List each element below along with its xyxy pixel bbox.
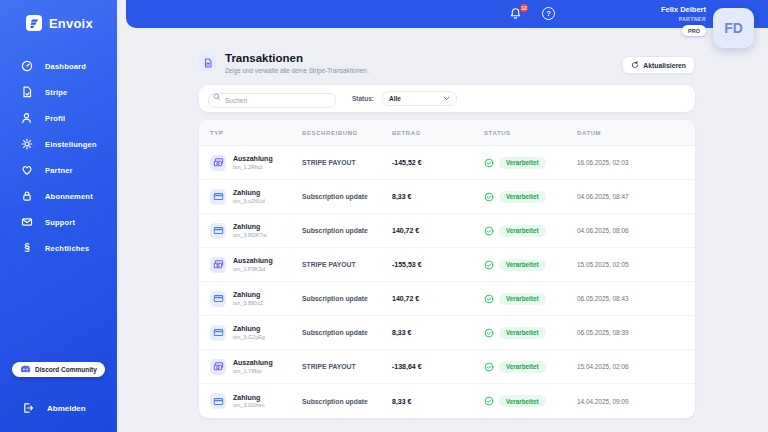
status-badge: Verarbeitet	[499, 395, 546, 407]
check-circle-icon	[484, 192, 494, 202]
logo-text: Envoix	[49, 16, 93, 31]
sidebar-nav: Dashboard Stripe Profil Einstellungen Pa…	[0, 53, 117, 261]
card-icon	[210, 291, 226, 307]
status-filter-label: Status:	[352, 95, 374, 102]
payout-icon	[210, 359, 226, 375]
status-select[interactable]: Alle	[382, 91, 457, 106]
table-row[interactable]: Zahlungtxn_3.x2NUd Subscription update 8…	[199, 180, 695, 214]
search-input[interactable]	[208, 93, 336, 108]
check-circle-icon	[484, 328, 494, 338]
check-circle-icon	[484, 158, 494, 168]
filter-bar: Status: Alle	[199, 85, 695, 112]
status-badge: Verarbeitet	[499, 293, 546, 305]
column-header-betrag: BETRAG	[392, 130, 484, 136]
column-header-beschreibung: BESCHREIBUNG	[302, 130, 392, 136]
gauge-icon	[21, 60, 33, 72]
user-role: PARTNER	[661, 16, 706, 22]
sidebar-item-stripe[interactable]: Stripe	[0, 79, 117, 105]
discord-community-button[interactable]: Discord Community	[12, 362, 105, 377]
question-icon: ?	[546, 10, 551, 18]
user-icon	[21, 112, 33, 124]
refresh-button[interactable]: Aktualisieren	[622, 56, 695, 74]
payout-icon	[210, 155, 226, 171]
avatar[interactable]: FD	[713, 8, 754, 48]
transactions-page-icon	[199, 54, 216, 71]
table-row[interactable]: Zahlungtxn_3.RDK7w Subscription update 1…	[199, 214, 695, 248]
card-icon	[210, 189, 226, 205]
page-subtitle: Zeige und verwalte alle deine Stripe-Tra…	[225, 67, 369, 74]
paragraph-icon: §	[21, 242, 33, 254]
check-circle-icon	[484, 226, 494, 236]
sidebar-item-abonnement[interactable]: Abonnement	[0, 183, 117, 209]
status-badge: Verarbeitet	[499, 259, 546, 271]
logout-icon	[22, 402, 34, 414]
notification-badge: 12	[520, 4, 528, 12]
refresh-icon	[631, 61, 639, 69]
table-row[interactable]: Auszahlungtxn_1.Y8fqv STRIPE PAYOUT -138…	[199, 350, 695, 384]
payout-icon	[210, 257, 226, 273]
check-circle-icon	[484, 362, 494, 372]
table-row[interactable]: Auszahlungtxn_1.2Rhct STRIPE PAYOUT -145…	[199, 146, 695, 180]
card-icon	[210, 223, 226, 239]
table-row[interactable]: Zahlungtxn_3.G2yEg Subscription update 8…	[199, 316, 695, 350]
logout-button[interactable]: Abmelden	[22, 402, 86, 414]
sidebar-item-einstellungen[interactable]: Einstellungen	[0, 131, 117, 157]
logo-icon	[26, 15, 42, 31]
column-header-datum: DATUM	[577, 130, 695, 136]
app-logo[interactable]: Envoix	[0, 0, 117, 31]
user-info: Felix Deibert PARTNER	[661, 5, 706, 22]
sidebar-item-partner[interactable]: Partner	[0, 157, 117, 183]
table-row[interactable]: Zahlungtxn_3.0Ghen Subscription update 8…	[199, 384, 695, 418]
mail-icon	[21, 216, 33, 228]
sidebar: Envoix Dashboard Stripe Profil Einstellu…	[0, 0, 117, 432]
check-circle-icon	[484, 396, 494, 406]
table-row[interactable]: Auszahlungtxn_1.P9KSd STRIPE PAYOUT -155…	[199, 248, 695, 282]
status-badge: Verarbeitet	[499, 191, 546, 203]
sidebar-item-rechtliches[interactable]: § Rechtliches	[0, 235, 117, 261]
discord-icon	[20, 365, 31, 374]
column-header-typ: TYP	[210, 130, 302, 136]
search-icon	[213, 93, 221, 101]
plan-badge: PRO	[682, 25, 706, 36]
table-header: TYP BESCHREIBUNG BETRAG STATUS DATUM	[199, 120, 695, 146]
user-name: Felix Deibert	[661, 5, 706, 14]
page-header: Transaktionen Zeige und verwalte alle de…	[199, 52, 695, 74]
page-title: Transaktionen	[225, 52, 369, 64]
main-content: Transaktionen Zeige und verwalte alle de…	[199, 52, 695, 418]
table-row[interactable]: Zahlungtxn_3.890c2 Subscription update 1…	[199, 282, 695, 316]
notifications-button[interactable]: 12	[509, 7, 523, 21]
sidebar-item-dashboard[interactable]: Dashboard	[0, 53, 117, 79]
search-box	[208, 89, 336, 108]
gear-icon	[21, 138, 33, 150]
status-badge: Verarbeitet	[499, 225, 546, 237]
card-icon	[210, 393, 226, 409]
check-circle-icon	[484, 294, 494, 304]
check-circle-icon	[484, 260, 494, 270]
heart-icon	[21, 164, 33, 176]
sidebar-item-support[interactable]: Support	[0, 209, 117, 235]
lock-icon	[21, 190, 33, 202]
sidebar-item-profil[interactable]: Profil	[0, 105, 117, 131]
status-badge: Verarbeitet	[499, 157, 546, 169]
column-header-status: STATUS	[484, 130, 577, 136]
document-icon	[21, 86, 33, 98]
card-icon	[210, 325, 226, 341]
status-badge: Verarbeitet	[499, 361, 546, 373]
transactions-table: TYP BESCHREIBUNG BETRAG STATUS DATUM Aus…	[199, 120, 695, 418]
help-button[interactable]: ?	[542, 7, 555, 20]
chevron-down-icon	[443, 96, 450, 101]
status-badge: Verarbeitet	[499, 327, 546, 339]
topbar: 12 ? Felix Deibert PARTNER PRO FD	[126, 0, 768, 28]
